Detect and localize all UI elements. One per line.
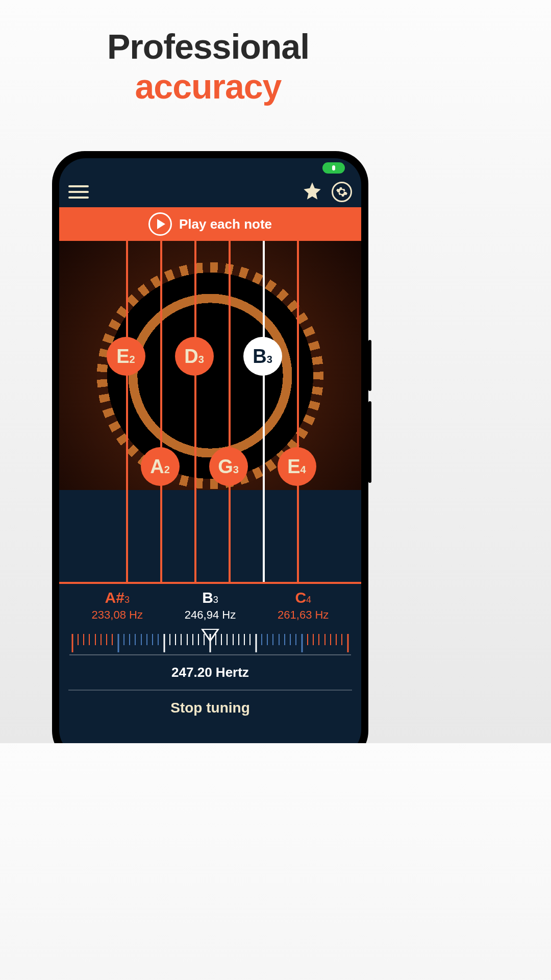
ruler-tick xyxy=(115,634,121,654)
ruler-tick xyxy=(133,634,138,654)
mic-icon xyxy=(332,165,335,170)
ruler-tick xyxy=(69,634,75,654)
note-bubble-e2[interactable]: E2 xyxy=(107,337,145,376)
ruler-tick xyxy=(253,634,259,654)
ruler-tick xyxy=(167,634,172,654)
ruler-tick xyxy=(98,634,104,654)
ruler-tick xyxy=(81,634,87,654)
ruler-tick xyxy=(247,634,253,654)
ruler-tick xyxy=(219,634,224,654)
guitar-string[interactable] xyxy=(194,241,196,582)
ruler-tick xyxy=(75,634,81,654)
play-icon xyxy=(148,212,172,236)
hamburger-icon[interactable] xyxy=(68,185,89,199)
ruler-tick xyxy=(179,634,184,654)
ruler-tick xyxy=(345,634,350,654)
gear-icon[interactable] xyxy=(332,182,352,202)
stop-tuning-button[interactable]: Stop tuning xyxy=(68,690,352,716)
marketing-line2: accuracy xyxy=(0,66,416,106)
ruler-tick xyxy=(173,634,179,654)
ruler-tick xyxy=(92,634,98,654)
current-hertz: 247.20 Hertz xyxy=(59,665,361,680)
ruler-tick xyxy=(276,634,282,654)
guitar-string[interactable] xyxy=(297,241,299,582)
mic-active-pill xyxy=(322,162,345,174)
status-bar xyxy=(59,158,361,177)
ruler-tick xyxy=(270,634,276,654)
guitar-string[interactable] xyxy=(126,241,128,582)
ruler-tick xyxy=(87,634,92,654)
ruler-tick xyxy=(299,634,305,654)
app-header xyxy=(59,177,361,207)
play-each-note-button[interactable]: Play each note xyxy=(59,207,361,241)
ruler-tick xyxy=(161,634,167,654)
ruler-tick xyxy=(322,634,328,654)
freq-target: B3 246,94 Hz xyxy=(164,589,256,622)
note-bubble-a2[interactable]: A2 xyxy=(141,447,180,486)
guitar-string[interactable] xyxy=(160,241,162,582)
ruler-tick xyxy=(144,634,149,654)
guitar-string[interactable] xyxy=(263,241,265,582)
ruler-tick xyxy=(305,634,310,654)
marketing-header: Professional accuracy xyxy=(0,0,416,106)
freq-prev: A#3 233,08 Hz xyxy=(71,589,163,622)
ruler-tick xyxy=(242,634,247,654)
guitar-fretboard: E2A2D3G3B3E4 xyxy=(59,241,361,490)
ruler-tick xyxy=(190,634,195,654)
ruler-tick xyxy=(207,634,213,654)
ruler-tick xyxy=(110,634,115,654)
ruler-tick xyxy=(288,634,293,654)
tuning-needle xyxy=(59,624,361,633)
guitar-string[interactable] xyxy=(229,241,231,582)
ruler-tick xyxy=(316,634,322,654)
marketing-line1: Professional xyxy=(0,27,416,66)
phone-frame: Play each note E2A2D3G3B3E4 A#3 233,08 H… xyxy=(52,151,368,743)
freq-next: C4 261,63 Hz xyxy=(257,589,349,622)
ruler-tick xyxy=(282,634,287,654)
ruler-tick xyxy=(293,634,299,654)
ruler-tick xyxy=(213,634,218,654)
frequency-reference-row: A#3 233,08 Hz B3 246,94 Hz C4 261,63 Hz xyxy=(59,582,361,624)
ruler-tick xyxy=(150,634,156,654)
ruler-tick xyxy=(121,634,127,654)
note-bubble-b3[interactable]: B3 xyxy=(243,337,282,376)
ruler-tick xyxy=(196,634,202,654)
ruler-tick xyxy=(127,634,133,654)
note-bubble-e4[interactable]: E4 xyxy=(278,447,316,486)
ruler-tick xyxy=(334,634,339,654)
ruler-tick xyxy=(265,634,270,654)
star-icon[interactable] xyxy=(302,181,322,203)
phone-side-button xyxy=(368,340,371,391)
ruler-tick xyxy=(259,634,264,654)
ruler-tick xyxy=(224,634,230,654)
ruler-tick xyxy=(156,634,161,654)
cents-ruler xyxy=(69,634,351,655)
ruler-tick xyxy=(236,634,241,654)
ruler-tick xyxy=(138,634,144,654)
ruler-tick xyxy=(104,634,110,654)
ruler-tick xyxy=(184,634,190,654)
note-bubble-d3[interactable]: D3 xyxy=(175,337,214,376)
ruler-tick xyxy=(339,634,345,654)
strings-continuation xyxy=(59,490,361,582)
phone-side-button xyxy=(368,401,371,483)
ruler-tick xyxy=(328,634,333,654)
play-label: Play each note xyxy=(179,216,272,232)
note-bubble-g3[interactable]: G3 xyxy=(209,447,248,486)
ruler-tick xyxy=(230,634,236,654)
ruler-tick xyxy=(311,634,316,654)
app-screen: Play each note E2A2D3G3B3E4 A#3 233,08 H… xyxy=(59,158,361,743)
ruler-tick xyxy=(202,634,207,654)
